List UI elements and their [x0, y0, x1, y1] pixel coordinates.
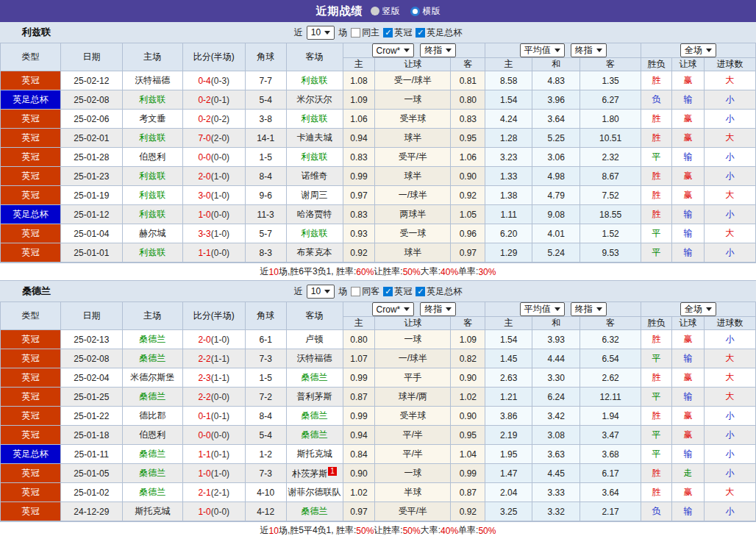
avg-away: 12.11 [580, 388, 641, 407]
facup-filter[interactable]: 英足总杯 [416, 26, 462, 39]
match-date: 24-12-29 [60, 502, 122, 521]
average-select[interactable]: 平均值 [520, 43, 565, 57]
odds-away: 0.99 [451, 464, 485, 483]
avg-away: 10.51 [580, 129, 641, 148]
odds-home: 0.87 [343, 388, 375, 407]
summary-text: 让胜率: [374, 524, 402, 537]
radio-circle-icon[interactable] [371, 7, 379, 15]
avg-draw: 5.24 [532, 243, 580, 263]
result-goals: 小 [704, 167, 755, 186]
competition-badge: 英冠 [1, 330, 61, 349]
match-row: 英冠25-01-18伯恩利0-0(0-0)5-4桑德兰0.94平/半0.952.… [1, 426, 756, 445]
col-header-odds-home: 主 [343, 317, 375, 330]
same-venue-label: 同客 [362, 285, 379, 298]
match-row: 英冠25-02-01利兹联7-0(2-0)14-1卡迪夫城0.94球半0.951… [1, 129, 756, 148]
result-goals: 小 [704, 464, 755, 483]
odds-handicap: 一/球半 [375, 349, 451, 368]
league-filter[interactable]: 英冠 [383, 285, 412, 298]
odds-handicap: 两球半 [375, 205, 451, 224]
match-date: 25-02-12 [60, 71, 122, 90]
result-handicap: 走 [672, 464, 705, 483]
col-header-corner: 角球 [245, 302, 286, 330]
corner-count: 5-7 [245, 224, 286, 243]
away-team: 谢周三 [286, 186, 343, 205]
match-date: 25-02-06 [60, 110, 122, 129]
match-date: 25-02-04 [60, 368, 122, 388]
avg-home: 1.54 [485, 330, 532, 349]
avg-away: 1.80 [580, 110, 641, 129]
odds-home: 0.83 [343, 205, 375, 224]
result-winlose: 胜 [641, 167, 672, 186]
match-row: 英冠25-01-05桑德兰1-0(1-0)7-3朴茨茅斯10.90一球0.991… [1, 464, 756, 483]
odds-away: 0.82 [451, 349, 485, 368]
avg-away: 3.64 [580, 483, 641, 502]
avg-away: 6.54 [580, 349, 641, 368]
same-venue-filter[interactable]: 同主 [351, 26, 379, 39]
avg-draw: 4.45 [532, 464, 580, 483]
result-handicap: 赢 [672, 167, 705, 186]
score: 1-0(1-0) [182, 464, 245, 483]
recent-count-select[interactable]: 10 [307, 285, 335, 299]
recent-count-select[interactable]: 10 [307, 26, 335, 40]
avg-home: 2.19 [485, 426, 532, 445]
result-handicap: 输 [672, 224, 705, 243]
home-team: 利兹联 [122, 90, 182, 110]
average-select[interactable]: 平均值 [520, 302, 565, 316]
match-date: 25-01-01 [60, 243, 122, 263]
chevron-down-icon [706, 49, 712, 52]
avg-draw: 3.42 [532, 407, 580, 426]
avg-home: 1.38 [485, 186, 532, 205]
col-header-away: 客场 [286, 43, 343, 71]
result-goals: 小 [704, 445, 755, 464]
score: 2-2(1-1) [182, 349, 245, 368]
summary-text: 30% [478, 267, 496, 277]
match-row: 英冠25-02-13桑德兰2-0(1-0)6-1卢顿0.80一球1.091.54… [1, 330, 756, 349]
odds-source-select[interactable]: Crow* [372, 43, 415, 57]
summary-text: 近 [260, 524, 269, 537]
col-header-avg-home: 主 [485, 317, 532, 330]
competition-badge: 英冠 [1, 110, 61, 129]
match-row: 英冠25-02-08桑德兰2-2(1-1)7-3沃特福德1.07一/球半0.82… [1, 349, 756, 368]
average-stage-select[interactable]: 终指 [571, 302, 607, 316]
radio-vertical[interactable]: 竖版 [371, 5, 400, 18]
facup-checkbox[interactable] [416, 28, 425, 38]
result-goals: 小 [704, 330, 755, 349]
same-venue-checkbox[interactable] [351, 28, 360, 38]
result-handicap: 输 [672, 349, 705, 368]
radio-circle-icon[interactable] [410, 7, 420, 16]
odds-home: 0.84 [343, 445, 375, 464]
score: 7-0(2-0) [182, 129, 245, 148]
facup-filter[interactable]: 英足总杯 [416, 285, 462, 298]
corner-count: 6-1 [245, 330, 286, 349]
odds-stage-select[interactable]: 终指 [420, 43, 456, 57]
result-handicap: 输 [672, 445, 705, 464]
league-checkbox[interactable] [383, 287, 393, 296]
near-label: 近 [294, 285, 303, 298]
radio-horizontal-label: 横版 [423, 5, 441, 18]
result-goals: 大 [704, 224, 755, 243]
same-venue-filter[interactable]: 同客 [351, 285, 379, 298]
facup-checkbox[interactable] [416, 287, 425, 296]
average-stage-select[interactable]: 终指 [571, 43, 607, 57]
odds-stage-select[interactable]: 终指 [420, 302, 456, 316]
league-checkbox[interactable] [383, 28, 393, 38]
odds-source-select[interactable]: Crow* [372, 302, 415, 316]
odds-home: 1.06 [343, 110, 375, 129]
games-label: 场 [338, 285, 347, 298]
corner-count: 8-3 [245, 243, 286, 263]
league-filter[interactable]: 英冠 [383, 26, 412, 39]
avg-home: 1.33 [485, 167, 532, 186]
scope-select[interactable]: 全场 [680, 302, 716, 316]
radio-horizontal[interactable]: 横版 [410, 5, 441, 18]
match-row: 英冠25-01-04赫尔城3-3(1-0)5-7利兹联0.93受一球0.966.… [1, 224, 756, 243]
result-goals: 小 [704, 148, 755, 167]
result-handicap: 输 [672, 90, 705, 110]
odds-away: 0.95 [451, 129, 485, 148]
scope-select[interactable]: 全场 [680, 43, 716, 57]
league-label: 英冠 [394, 285, 412, 298]
competition-badge: 英冠 [1, 167, 61, 186]
same-venue-checkbox[interactable] [351, 287, 360, 296]
odds-home: 0.99 [343, 167, 375, 186]
match-row: 英冠24-12-29斯托克城1-0(0-0)4-12桑德兰0.97受平/半0.9… [1, 502, 756, 521]
match-date: 25-01-28 [60, 148, 122, 167]
